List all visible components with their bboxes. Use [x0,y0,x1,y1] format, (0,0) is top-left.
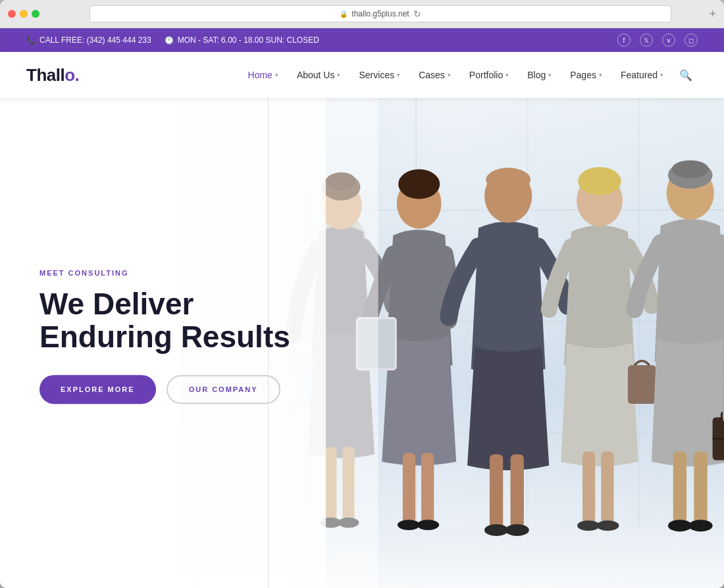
chevron-down-icon: ▾ [599,72,602,78]
logo-o: o [65,65,74,85]
nav-label-featured: Featured [621,70,658,80]
hero-title-line1: We Deliver [39,287,194,321]
nav-item-about[interactable]: About Us ▾ [289,64,349,86]
hero-subtitle: MEET CONSULTING [39,269,290,277]
svg-rect-29 [490,454,503,529]
hours-label: MON - SAT: 6.00 - 18.00 SUN: CLOSED [178,36,319,45]
address-bar[interactable]: 🔒 thallo.g5plus.net ↻ [90,5,671,22]
twitter-icon[interactable]: 𝕏 [640,34,653,47]
svg-point-42 [671,160,708,178]
nav-item-featured[interactable]: Featured ▾ [613,64,671,86]
svg-point-46 [688,520,712,531]
chevron-down-icon: ▾ [548,72,552,78]
traffic-light-yellow[interactable] [20,10,28,18]
hours-info: 🕐 MON - SAT: 6.00 - 18.00 SUN: CLOSED [165,36,319,45]
nav-label-cases: Cases [419,70,445,80]
refresh-button[interactable]: ↻ [413,9,421,19]
phone-info: 📞 CALL FREE: (342) 445 444 233 [26,36,151,45]
nav-label-pages: Pages [570,70,596,80]
nav-label-home: Home [248,70,272,80]
traffic-lights [8,10,39,18]
svg-rect-44 [694,451,707,524]
nav-item-home[interactable]: Home ▾ [240,64,286,86]
svg-point-32 [505,524,529,536]
browser-window: 🔒 thallo.g5plus.net ↻ + 📞 CALL FREE: (34… [0,0,724,588]
svg-point-20 [398,169,440,199]
svg-rect-49 [713,438,724,439]
hero-buttons: EXPLORE MORE OUR COMPANY [39,375,290,404]
svg-point-31 [484,524,508,536]
svg-point-28 [486,168,530,191]
browser-chrome: 🔒 thallo.g5plus.net ↻ + [0,0,724,28]
svg-rect-21 [403,453,415,524]
new-tab-button[interactable]: + [709,7,716,21]
hero-section: MEET CONSULTING We Deliver Enduring Resu… [0,98,724,588]
clock-icon: 🕐 [165,36,174,45]
svg-rect-43 [673,451,686,524]
logo-dot: . [75,65,80,85]
lock-icon: 🔒 [340,11,348,18]
hero-title: We Deliver Enduring Results [39,287,290,354]
nav-links: Home ▾ About Us ▾ Services ▾ Cases ▾ Por… [240,64,698,87]
website-content: 📞 CALL FREE: (342) 445 444 233 🕐 MON - S… [0,28,724,588]
our-company-button[interactable]: OUR COMPANY [167,375,280,404]
svg-point-45 [668,520,692,531]
traffic-light-red[interactable] [8,10,16,18]
chevron-down-icon: ▾ [505,72,509,78]
traffic-light-green[interactable] [32,10,39,18]
chevron-down-icon: ▾ [275,72,278,78]
phone-icon: 📞 [26,36,36,45]
url-text: thallo.g5plus.net [351,9,409,18]
chevron-down-icon: ▾ [660,72,663,78]
top-bar: 📞 CALL FREE: (342) 445 444 233 🕐 MON - S… [0,28,724,52]
nav-label-services: Services [359,70,394,80]
hero-content: MEET CONSULTING We Deliver Enduring Resu… [39,269,290,404]
phone-label: CALL FREE: (342) 445 444 233 [39,36,151,45]
nav-item-cases[interactable]: Cases ▾ [411,64,459,86]
nav-item-portfolio[interactable]: Portfolio ▾ [461,64,517,86]
social-links: f 𝕏 v ◻ [617,34,698,47]
site-logo[interactable]: Thallo. [26,65,79,86]
nav-label-blog: Blog [527,70,546,80]
top-bar-left: 📞 CALL FREE: (342) 445 444 233 🕐 MON - S… [26,36,319,45]
nav-item-pages[interactable]: Pages ▾ [562,64,610,86]
chevron-down-icon: ▾ [397,72,400,78]
hero-title-line2: Enduring Results [39,320,290,354]
nav-item-blog[interactable]: Blog ▾ [519,64,559,86]
vimeo-icon[interactable]: v [662,34,675,47]
instagram-icon[interactable]: ◻ [685,34,698,47]
svg-point-34 [578,167,621,195]
explore-more-button[interactable]: EXPLORE MORE [39,375,156,404]
chevron-down-icon: ▾ [448,72,451,78]
nav-label-portfolio: Portfolio [469,70,503,80]
nav-label-about: About Us [297,70,335,80]
svg-rect-35 [582,451,595,524]
svg-point-24 [417,520,439,530]
svg-point-38 [596,520,619,531]
svg-rect-36 [601,451,613,524]
svg-point-23 [398,520,420,530]
facebook-icon[interactable]: f [617,34,631,47]
svg-point-37 [577,520,600,531]
svg-rect-30 [511,454,524,529]
svg-rect-39 [628,365,656,404]
search-button[interactable]: 🔍 [674,64,698,87]
chevron-down-icon: ▾ [337,72,340,78]
svg-rect-22 [421,453,434,524]
navbar: Thallo. Home ▾ About Us ▾ Services ▾ Cas… [0,52,724,98]
nav-item-services[interactable]: Services ▾ [351,64,408,86]
